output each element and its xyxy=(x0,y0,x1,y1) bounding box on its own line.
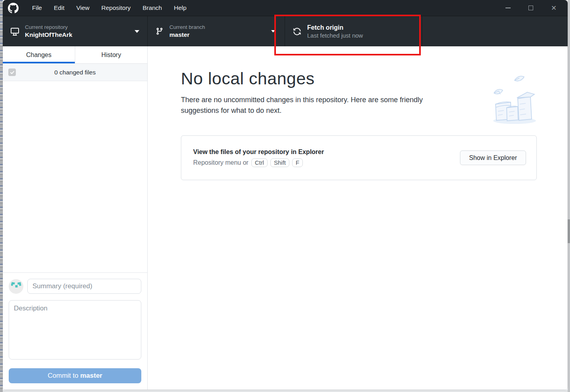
description-input[interactable] xyxy=(9,300,141,360)
tab-history-label: History xyxy=(101,51,121,59)
sync-icon xyxy=(293,27,301,36)
menu-edit[interactable]: Edit xyxy=(48,0,70,16)
toolbar-empty-area xyxy=(422,16,568,46)
menu-branch[interactable]: Branch xyxy=(137,0,168,16)
suggestion-card-hint: Repository menu or xyxy=(193,159,249,166)
background-window-right-sliver xyxy=(568,0,570,392)
tab-history[interactable]: History xyxy=(75,46,147,63)
changed-files-row: 0 changed files xyxy=(3,64,147,81)
minimize-icon xyxy=(505,8,511,8)
commit-button-prefix: Commit to xyxy=(48,372,80,379)
changes-list-empty-area xyxy=(3,81,147,272)
current-repository-dropdown[interactable]: Current repository KnightOfTheArk xyxy=(3,16,148,46)
close-icon: ✕ xyxy=(551,4,557,12)
github-desktop-window: File Edit View Repository Branch Help ✕ … xyxy=(3,0,568,390)
kbd-ctrl: Ctrl xyxy=(251,158,268,167)
chevron-down-icon xyxy=(271,30,275,32)
active-tab-underline xyxy=(3,62,75,63)
background-text-smudge xyxy=(11,390,338,392)
user-avatar xyxy=(9,279,23,294)
git-branch-icon xyxy=(156,27,163,35)
kbd-shift: Shift xyxy=(270,158,289,167)
current-repository-label: Current repository xyxy=(25,24,72,30)
chevron-down-icon xyxy=(135,30,139,33)
menu-bar: File Edit View Repository Branch Help xyxy=(26,0,192,16)
show-in-explorer-button[interactable]: Show in Explorer xyxy=(460,150,526,165)
current-branch-name: master xyxy=(169,31,205,38)
suggestion-card: View the files of your repository in Exp… xyxy=(181,135,537,180)
maximize-icon xyxy=(528,6,533,10)
sidebar-tabs: Changes History xyxy=(3,46,147,64)
tab-changes-label: Changes xyxy=(26,51,51,59)
background-window-left-sliver xyxy=(0,0,3,392)
commit-button-branch: master xyxy=(80,372,103,379)
tab-changes[interactable]: Changes xyxy=(3,46,75,63)
kbd-f: F xyxy=(292,158,303,167)
main-content: No local changes There are no uncommitte… xyxy=(148,46,568,390)
current-branch-label: Current branch xyxy=(169,24,205,30)
close-button[interactable]: ✕ xyxy=(542,0,565,16)
summary-input[interactable] xyxy=(27,279,141,294)
page-subtitle: There are no uncommitted changes in this… xyxy=(181,95,448,116)
fetch-origin-button[interactable]: Fetch origin Last fetched just now xyxy=(285,16,422,46)
commit-form: Commit to master xyxy=(3,272,147,390)
menu-file[interactable]: File xyxy=(26,0,48,16)
device-desktop-icon xyxy=(11,27,19,36)
toolbar: Current repository KnightOfTheArk Curren… xyxy=(3,16,568,46)
menu-view[interactable]: View xyxy=(70,0,95,16)
sidebar: Changes History 0 changed files xyxy=(3,46,148,390)
window-controls: ✕ xyxy=(496,0,565,16)
fetch-origin-subtitle: Last fetched just now xyxy=(307,32,363,39)
fetch-origin-title: Fetch origin xyxy=(307,24,363,31)
menu-help[interactable]: Help xyxy=(168,0,192,16)
changed-files-count: 0 changed files xyxy=(3,69,147,76)
current-branch-dropdown[interactable]: Current branch master xyxy=(148,16,285,46)
github-logo-icon xyxy=(8,3,19,13)
paper-stack-illustration xyxy=(491,74,538,126)
minimize-button[interactable] xyxy=(496,0,519,16)
menu-repository[interactable]: Repository xyxy=(95,0,137,16)
maximize-button[interactable] xyxy=(519,0,542,16)
background-window-bottom-sliver xyxy=(3,390,568,392)
current-repository-name: KnightOfTheArk xyxy=(25,31,72,38)
commit-to-master-button[interactable]: Commit to master xyxy=(9,368,141,383)
identicon-icon xyxy=(11,282,21,291)
titlebar: File Edit View Repository Branch Help ✕ xyxy=(3,0,568,16)
suggestion-card-title: View the files of your repository in Exp… xyxy=(193,148,460,156)
